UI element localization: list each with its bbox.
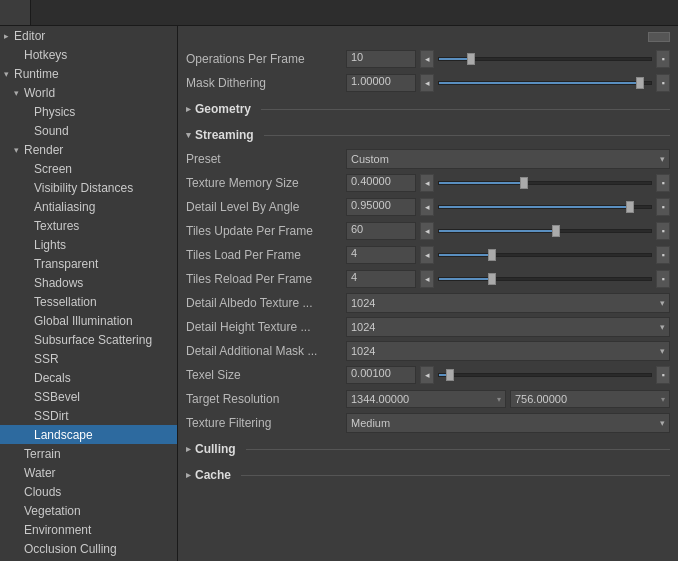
sidebar-label-antialiasing: Antialiasing [34, 200, 95, 214]
sidebar-item-globalillum[interactable]: Global Illumination [0, 311, 177, 330]
sidebar-item-vegetation[interactable]: Vegetation [0, 501, 177, 520]
setting-row-detail-level-by-angle: Detail Level By Angle0.95000◂▪ [186, 196, 670, 218]
sidebar-item-terrain[interactable]: Terrain [0, 444, 177, 463]
section-header-culling[interactable]: ▸Culling [186, 438, 670, 460]
geometry-toggle-icon: ▸ [186, 104, 191, 114]
dropdown-value: 1024 [351, 321, 375, 333]
sidebar-item-transparent[interactable]: Transparent [0, 254, 177, 273]
setting-row-tiles-update-per-frame: Tiles Update Per Frame60◂▪ [186, 220, 670, 242]
sidebar-item-environment[interactable]: Environment [0, 520, 177, 539]
slider-track[interactable] [438, 373, 652, 377]
section-divider [261, 109, 670, 110]
render-arrow-icon: ▾ [14, 145, 24, 155]
resolution-height[interactable]: 756.00000▾ [510, 390, 670, 408]
sidebar-item-render[interactable]: ▾Render [0, 140, 177, 159]
sidebar-item-screen[interactable]: Screen [0, 159, 177, 178]
settings-tab[interactable] [0, 0, 31, 25]
slider-track[interactable] [438, 57, 652, 61]
sidebar-item-world[interactable]: ▾World [0, 83, 177, 102]
runtime-arrow-icon: ▾ [4, 69, 14, 79]
sidebar-item-landscape[interactable]: Landscape [0, 425, 177, 444]
settings-content: Operations Per Frame10◂▪Mask Dithering1.… [178, 48, 678, 496]
slider-thumb[interactable] [626, 201, 634, 213]
sidebar-item-ssbevel[interactable]: SSBevel [0, 387, 177, 406]
setting-control: 1024▾ [346, 293, 670, 313]
setting-label: Tiles Reload Per Frame [186, 272, 346, 286]
dropdown[interactable]: 1024▾ [346, 293, 670, 313]
slider-decrement-button[interactable]: ◂ [420, 74, 434, 92]
chevron-down-icon: ▾ [660, 418, 665, 428]
slider-track[interactable] [438, 181, 652, 185]
section-header-cache[interactable]: ▸Cache [186, 464, 670, 486]
slider-decrement-button[interactable]: ◂ [420, 198, 434, 216]
section-header-geometry[interactable]: ▸Geometry [186, 98, 670, 120]
sidebar-item-subsurface[interactable]: Subsurface Scattering [0, 330, 177, 349]
slider-thumb[interactable] [552, 225, 560, 237]
dropdown[interactable]: Custom▾ [346, 149, 670, 169]
save-as-new-button[interactable] [648, 32, 670, 42]
slider-thumb[interactable] [520, 177, 528, 189]
slider-value-input[interactable]: 60 [346, 222, 416, 240]
sidebar-item-runtime[interactable]: ▾Runtime [0, 64, 177, 83]
sidebar-item-ssr[interactable]: SSR [0, 349, 177, 368]
setting-control: 1.00000◂▪ [346, 74, 670, 92]
slider-decrement-button[interactable]: ◂ [420, 270, 434, 288]
sidebar: ▸EditorHotkeys▾Runtime▾WorldPhysicsSound… [0, 26, 178, 561]
dropdown-value: Custom [351, 153, 389, 165]
slider-track[interactable] [438, 229, 652, 233]
slider-decrement-button[interactable]: ◂ [420, 222, 434, 240]
setting-label: Mask Dithering [186, 76, 346, 90]
slider-thumb[interactable] [488, 273, 496, 285]
slider-value-input[interactable]: 10 [346, 50, 416, 68]
slider-value-input[interactable]: 0.95000 [346, 198, 416, 216]
slider-decrement-button[interactable]: ◂ [420, 174, 434, 192]
sidebar-item-ssdirt[interactable]: SSDirt [0, 406, 177, 425]
sidebar-item-editor[interactable]: ▸Editor [0, 26, 177, 45]
sidebar-item-decals[interactable]: Decals [0, 368, 177, 387]
slider-track[interactable] [438, 253, 652, 257]
sidebar-item-visibility[interactable]: Visibility Distances [0, 178, 177, 197]
tab-bar [0, 0, 678, 26]
dropdown[interactable]: Medium▾ [346, 413, 670, 433]
dropdown[interactable]: 1024▾ [346, 341, 670, 361]
slider-value-input[interactable]: 0.00100 [346, 366, 416, 384]
section-divider [264, 135, 670, 136]
sidebar-item-tessellation[interactable]: Tessellation [0, 292, 177, 311]
sidebar-label-environment: Environment [24, 523, 91, 537]
slider-value-input[interactable]: 1.00000 [346, 74, 416, 92]
setting-label: Tiles Update Per Frame [186, 224, 346, 238]
slider-thumb[interactable] [488, 249, 496, 261]
setting-control: 60◂▪ [346, 222, 670, 240]
slider-track[interactable] [438, 81, 652, 85]
sidebar-item-lights[interactable]: Lights [0, 235, 177, 254]
slider-thumb[interactable] [636, 77, 644, 89]
sidebar-item-hotkeys[interactable]: Hotkeys [0, 45, 177, 64]
sidebar-item-sound[interactable]: Sound [0, 121, 177, 140]
sidebar-label-clouds: Clouds [24, 485, 61, 499]
slider-track[interactable] [438, 205, 652, 209]
setting-control: 0.95000◂▪ [346, 198, 670, 216]
slider-decrement-button[interactable]: ◂ [420, 366, 434, 384]
slider-value-input[interactable]: 4 [346, 246, 416, 264]
sidebar-item-shadows[interactable]: Shadows [0, 273, 177, 292]
sidebar-item-occlusion[interactable]: Occlusion Culling [0, 539, 177, 558]
slider-decrement-button[interactable]: ◂ [420, 50, 434, 68]
slider-value-input[interactable]: 4 [346, 270, 416, 288]
slider-track[interactable] [438, 277, 652, 281]
sidebar-label-sound: Sound [34, 124, 69, 138]
slider-thumb[interactable] [467, 53, 475, 65]
sidebar-item-clouds[interactable]: Clouds [0, 482, 177, 501]
sidebar-label-subsurface: Subsurface Scattering [34, 333, 152, 347]
slider-thumb[interactable] [446, 369, 454, 381]
resolution-width[interactable]: 1344.00000▾ [346, 390, 506, 408]
sidebar-item-antialiasing[interactable]: Antialiasing [0, 197, 177, 216]
section-header-streaming[interactable]: ▾Streaming [186, 124, 670, 146]
dropdown[interactable]: 1024▾ [346, 317, 670, 337]
sidebar-item-textures[interactable]: Textures [0, 216, 177, 235]
slider-value-input[interactable]: 0.40000 [346, 174, 416, 192]
sidebar-item-physics[interactable]: Physics [0, 102, 177, 121]
sidebar-item-water[interactable]: Water [0, 463, 177, 482]
slider-decrement-button[interactable]: ◂ [420, 246, 434, 264]
setting-control: 1344.00000▾756.00000▾ [346, 390, 670, 408]
sidebar-label-globalillum: Global Illumination [34, 314, 133, 328]
